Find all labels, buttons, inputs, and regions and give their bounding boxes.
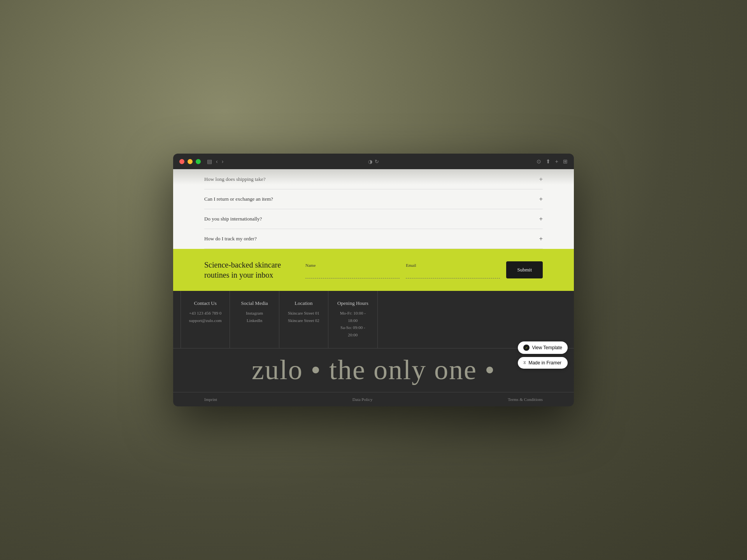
faq-expand-icon-4: + <box>539 235 543 242</box>
page-content: How long does shipping take? + Can I ret… <box>173 169 574 406</box>
footer-hours-title: Opening Hours <box>336 300 369 306</box>
forward-icon[interactable]: › <box>222 158 224 164</box>
new-tab-icon[interactable]: + <box>555 158 558 164</box>
framer-icon: ⧖ <box>523 360 526 365</box>
footer-social-linkedin[interactable]: LinkedIn <box>238 317 271 324</box>
imprint-link[interactable]: Imprint <box>204 397 217 402</box>
browser-chrome: ▤ ‹ › ◑ ↻ ⊙ ⬆ + ⊞ <box>173 154 574 169</box>
browser-nav-controls: ▤ ‹ › <box>207 158 223 164</box>
footer-location-1: Skincare Street 01 <box>287 310 320 317</box>
browser-right-controls: ⊙ ⬆ + ⊞ <box>537 158 568 164</box>
view-template-label: View Template <box>532 345 562 350</box>
privacy-icon: ◑ <box>368 159 372 164</box>
faq-item[interactable]: How do I track my order? + <box>204 229 543 249</box>
footer-hours-weekend: Sa-So: 09:00 - 20:00 <box>336 324 369 338</box>
made-in-framer-button[interactable]: ⧖ Made in Framer <box>518 357 568 369</box>
newsletter-section: Science-backed skincare routines in your… <box>173 249 574 291</box>
address-bar: ◑ ↻ <box>368 159 379 164</box>
traffic-light-red[interactable] <box>179 159 184 164</box>
newsletter-form: Name Email Submit <box>305 261 543 278</box>
view-template-button[interactable]: ✓ View Template <box>518 341 568 354</box>
footer-contact-phone: +43 123 456 789 0 <box>189 310 222 317</box>
submit-button[interactable]: Submit <box>506 261 543 278</box>
faq-section: How long does shipping take? + Can I ret… <box>173 169 574 249</box>
data-policy-link[interactable]: Data Policy <box>352 397 373 402</box>
refresh-icon[interactable]: ↻ <box>375 159 379 164</box>
extensions-icon[interactable]: ⊞ <box>563 158 568 164</box>
floating-buttons: ✓ View Template ⧖ Made in Framer <box>518 341 568 369</box>
faq-question-1: How long does shipping take? <box>204 176 265 182</box>
footer-col-hours: Opening Hours Mo-Fr: 10:00 - 18:00 Sa-So… <box>328 291 377 348</box>
footer-col-social: Social Media Instagram LinkedIn <box>230 291 279 348</box>
footer-location-2: Skincare Street 02 <box>287 317 320 324</box>
footer-contact-email: support@zulo.com <box>189 317 222 324</box>
footer-spacer-left <box>173 291 181 348</box>
footer-columns: Contact Us +43 123 456 789 0 support@zul… <box>181 291 377 348</box>
logo-text: zulo • the only one • <box>252 354 495 386</box>
browser-window: ▤ ‹ › ◑ ↻ ⊙ ⬆ + ⊞ How long does shipping… <box>173 154 574 406</box>
footer-spacer-right <box>377 291 574 348</box>
share-icon[interactable]: ⬆ <box>546 158 551 164</box>
traffic-light-yellow[interactable] <box>188 159 193 164</box>
newsletter-title: Science-backed skincare routines in your… <box>204 260 290 280</box>
view-template-check-icon: ✓ <box>523 345 530 351</box>
faq-item[interactable]: How long does shipping take? + <box>204 169 543 189</box>
footer-hours-weekday: Mo-Fr: 10:00 - 18:00 <box>336 310 369 324</box>
faq-question-3: Do you ship internationally? <box>204 216 262 222</box>
terms-link[interactable]: Terms & Conditions <box>508 397 543 402</box>
footer-contact-title: Contact Us <box>189 300 222 306</box>
footer-social-title: Social Media <box>238 300 271 306</box>
footer-info: Contact Us +43 123 456 789 0 support@zul… <box>173 291 574 348</box>
email-label: Email <box>406 263 500 268</box>
faq-item[interactable]: Can I return or exchange an item? + <box>204 189 543 209</box>
sidebar-toggle-icon[interactable]: ▤ <box>207 158 212 164</box>
traffic-lights <box>179 159 201 164</box>
faq-question-4: How do I track my order? <box>204 236 257 242</box>
clock-icon[interactable]: ⊙ <box>537 158 541 164</box>
traffic-light-green[interactable] <box>196 159 201 164</box>
name-label: Name <box>305 263 400 268</box>
footer-col-location: Location Skincare Street 01 Skincare Str… <box>279 291 328 348</box>
footer-left-links: Imprint <box>204 397 217 402</box>
name-input[interactable] <box>305 269 400 278</box>
footer-location-title: Location <box>287 300 320 306</box>
email-field-container: Email <box>406 263 500 278</box>
faq-expand-icon-3: + <box>539 215 543 222</box>
faq-question-2: Can I return or exchange an item? <box>204 196 273 202</box>
made-in-framer-label: Made in Framer <box>528 360 561 366</box>
faq-item[interactable]: Do you ship internationally? + <box>204 209 543 229</box>
faq-expand-icon-2: + <box>539 196 543 203</box>
faq-expand-icon-1: + <box>539 176 543 183</box>
name-field-container: Name <box>305 263 400 278</box>
bottom-bar: Imprint Data Policy Terms & Conditions <box>173 392 574 406</box>
footer-social-instagram[interactable]: Instagram <box>238 310 271 317</box>
logo-section: zulo • the only one • ✓ View Template ⧖ … <box>173 348 574 392</box>
email-input[interactable] <box>406 269 500 278</box>
footer-col-contact: Contact Us +43 123 456 789 0 support@zul… <box>181 291 230 348</box>
back-icon[interactable]: ‹ <box>216 158 218 164</box>
